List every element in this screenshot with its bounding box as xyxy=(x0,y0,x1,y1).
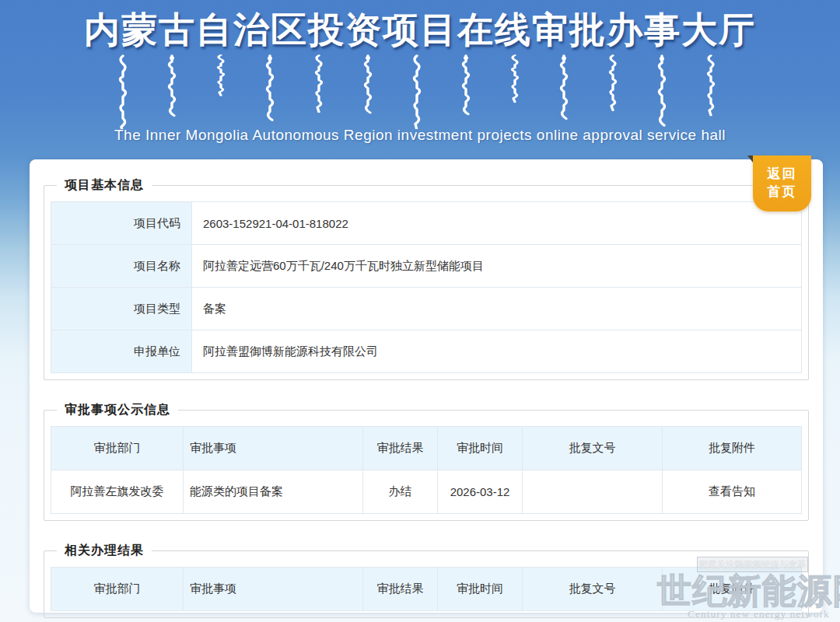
content-panel: 项目基本信息 项目代码 2603-152921-04-01-818022 项目名… xyxy=(30,159,823,613)
col-header-attachment: 批复附件 xyxy=(663,427,802,470)
cell-item: 能源类的项目备案 xyxy=(184,470,363,514)
col-header-time: 审批时间 xyxy=(438,568,523,611)
col-header-dept: 审批部门 xyxy=(51,568,184,611)
table-row: 申报单位 阿拉善盟御博新能源科技有限公司 xyxy=(51,330,802,373)
cell-doc-no xyxy=(523,470,663,514)
approval-public-table: 审批部门 审批事项 审批结果 审批时间 批复文号 批复附件 阿拉善左旗发改委 能… xyxy=(51,426,802,514)
cell-dept: 阿拉善左旗发改委 xyxy=(51,470,184,514)
site-title: 内蒙古自治区投资项目在线审批办事大厅 xyxy=(0,6,840,54)
site-subtitle-english: The Inner Mongolia Autonomous Region inv… xyxy=(0,127,840,144)
cell-time: 2026-03-12 xyxy=(438,470,523,514)
table-header-row: 审批部门 审批事项 审批结果 审批时间 批复文号 批复附件 xyxy=(51,427,802,470)
col-header-doc-no: 批复文号 xyxy=(523,568,663,611)
section-title-approval-public: 审批事项公示信息 xyxy=(57,402,178,418)
field-value-project-code: 2603-152921-04-01-818022 xyxy=(192,202,802,245)
col-header-item: 审批事项 xyxy=(184,427,363,470)
col-header-result: 审批结果 xyxy=(363,427,438,470)
mongolian-script-decoration xyxy=(101,54,739,129)
view-notice-link[interactable]: 查看告知 xyxy=(663,470,802,514)
table-row: 项目代码 2603-152921-04-01-818022 xyxy=(51,202,802,245)
watermark-brand-en: Century new energy network xyxy=(688,608,830,620)
basic-info-table: 项目代码 2603-152921-04-01-818022 项目名称 阿拉善定远… xyxy=(51,201,802,373)
col-header-doc-no: 批复文号 xyxy=(523,427,663,470)
cell-result: 办结 xyxy=(363,470,438,514)
page: 内蒙古自治区投资项目在线审批办事大厅 The Inner Mongolia Au… xyxy=(0,0,840,622)
field-value-applicant: 阿拉善盟御博新能源科技有限公司 xyxy=(192,330,802,373)
section-title-basic-info: 项目基本信息 xyxy=(57,177,152,194)
field-label-project-name: 项目名称 xyxy=(51,245,192,288)
col-header-item: 审批事项 xyxy=(184,568,363,611)
field-value-project-name: 阿拉善定远营60万千瓦/240万千瓦时独立新型储能项目 xyxy=(192,245,802,288)
section-approval-public: 审批事项公示信息 审批部门 审批事项 审批结果 审批时间 批复文号 批复附件 阿… xyxy=(44,402,809,521)
field-label-project-type: 项目类型 xyxy=(51,288,192,330)
table-row: 阿拉善左旗发改委 能源类的项目备案 办结 2026-03-12 查看告知 xyxy=(51,470,802,514)
section-title-related-results: 相关办理结果 xyxy=(57,543,152,559)
table-row: 项目名称 阿拉善定远营60万千瓦/240万千瓦时独立新型储能项目 xyxy=(51,245,802,288)
return-home-label-line1: 返回 xyxy=(753,165,811,183)
section-basic-info: 项目基本信息 项目代码 2603-152921-04-01-818022 项目名… xyxy=(44,177,809,380)
col-header-result: 审批结果 xyxy=(363,568,438,611)
field-label-applicant: 申报单位 xyxy=(51,330,192,373)
table-row: 项目类型 备案 xyxy=(51,288,802,330)
return-home-label-line2: 首页 xyxy=(753,183,811,201)
field-value-project-type: 备案 xyxy=(192,288,802,330)
return-home-button[interactable]: 返回 首页 xyxy=(753,156,811,211)
col-header-time: 审批时间 xyxy=(438,427,523,470)
col-header-dept: 审批部门 xyxy=(51,427,184,470)
field-label-project-code: 项目代码 xyxy=(51,202,192,245)
